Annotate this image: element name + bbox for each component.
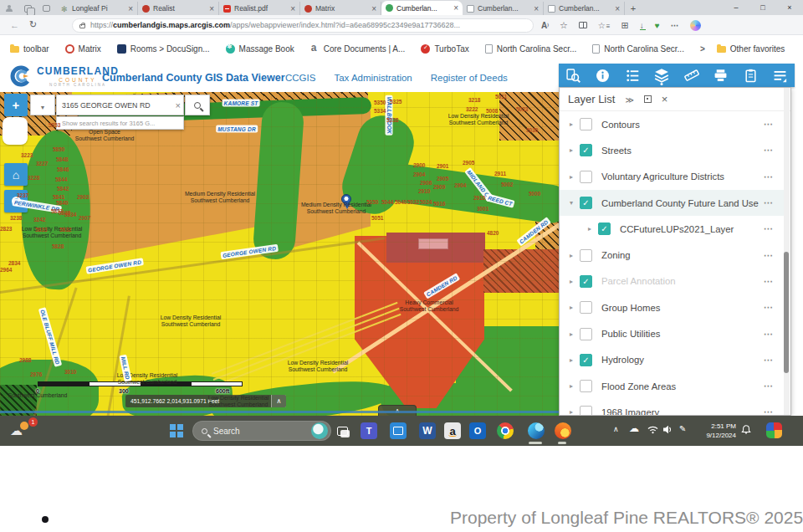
back-icon[interactable] (10, 20, 19, 30)
layer-row[interactable]: ▸Public Utilities⋯ (560, 320, 785, 346)
layer-row[interactable]: ▾✓Cumberland County Future Land Use⋯ (560, 190, 785, 216)
profile-icon[interactable] (0, 2, 18, 15)
layer-row[interactable]: ▸Contours⋯ (560, 111, 785, 137)
zoom-out-button[interactable] (3, 117, 28, 145)
scrollbar-thumb[interactable] (784, 252, 789, 373)
browser-tab[interactable]: Cumberlan...× (544, 2, 625, 15)
tab-close-icon[interactable]: × (209, 4, 214, 13)
notifications-bell-icon[interactable] (741, 424, 751, 437)
onedrive-icon[interactable]: ☁ (629, 422, 639, 434)
browser-tab[interactable]: Longleaf Pi× (57, 2, 138, 15)
vertical-tabs-icon[interactable] (37, 2, 55, 15)
about-icon[interactable] (593, 65, 613, 85)
layer-menu-icon[interactable]: ⋯ (764, 381, 774, 391)
search-button[interactable] (185, 95, 210, 115)
expand-icon[interactable]: ▸ (570, 382, 578, 390)
tab-close-icon[interactable]: × (453, 3, 458, 13)
layer-menu-icon[interactable]: ⋯ (764, 197, 774, 208)
layer-row[interactable]: ▸Flood Zone Areas⋯ (560, 373, 785, 399)
pen-icon[interactable]: ✎ (679, 424, 686, 433)
layer-checkbox[interactable] (580, 171, 592, 183)
layer-row[interactable]: ▸✓Parcel Annotation⋯ (560, 269, 785, 294)
browser-tab[interactable]: Cumberlan...× (381, 1, 463, 15)
expand-icon[interactable]: ▸ (570, 146, 578, 154)
layer-menu-icon[interactable]: ⋯ (764, 171, 774, 182)
tab-close-icon[interactable]: × (534, 4, 539, 13)
layer-menu-icon[interactable]: ⋯ (764, 119, 774, 130)
layer-checkbox[interactable] (580, 118, 592, 130)
downloads-icon[interactable] (640, 21, 644, 30)
close-button[interactable] (776, 3, 803, 12)
collections-icon[interactable] (621, 20, 628, 31)
bookmark-item[interactable]: Rooms > DocuSign... (117, 44, 210, 54)
print-icon[interactable] (711, 65, 731, 85)
browser-tab[interactable]: Cumberlan...× (463, 2, 544, 15)
tab-close-icon[interactable]: × (290, 4, 295, 13)
coordinate-expand-icon[interactable] (271, 395, 286, 407)
split-screen-icon[interactable] (579, 22, 587, 28)
search-source-dropdown[interactable] (30, 95, 55, 115)
firefox-icon[interactable] (554, 422, 572, 440)
layer-row[interactable]: ▸Group Homes⋯ (560, 294, 785, 320)
layer-menu-icon[interactable]: ⋯ (764, 302, 774, 313)
expand-icon[interactable]: ▸ (570, 278, 578, 285)
layer-menu-icon[interactable]: ⋯ (764, 355, 774, 366)
gis-nav-link[interactable]: CCGIS (285, 73, 315, 83)
wifi-icon[interactable] (647, 425, 658, 436)
legend-icon[interactable] (622, 65, 642, 85)
read-aloud-icon[interactable]: A (541, 21, 549, 30)
task-view-button[interactable] (333, 422, 351, 440)
taskbar-clock[interactable]: 2:51 PM 9/12/2024 (696, 422, 736, 441)
layer-row[interactable]: ▸Zoning⋯ (560, 242, 785, 268)
browser-essentials-icon[interactable] (655, 21, 660, 30)
layer-checkbox[interactable] (580, 380, 592, 392)
bookmark-item[interactable]: toolbar (10, 44, 49, 54)
search-suggestion[interactable]: Show search results for 3165 G... (56, 116, 184, 130)
other-favorites-folder[interactable]: Other favorites (717, 44, 785, 54)
bookmark-item[interactable]: Core Documents | A... (310, 44, 406, 54)
new-tab-button[interactable]: + (625, 3, 642, 13)
start-button[interactable] (167, 422, 186, 440)
expand-icon[interactable]: ▸ (570, 120, 578, 128)
collapse-icon[interactable]: ▾ (570, 199, 578, 207)
color-app-icon[interactable] (766, 422, 782, 438)
menu-icon[interactable] (770, 65, 790, 85)
maximize-button[interactable] (749, 3, 776, 12)
bookmark-item[interactable]: Matrix (65, 44, 101, 54)
weather-widget[interactable]: ☁ 1 (10, 420, 35, 442)
teams-icon[interactable]: T (360, 422, 378, 440)
tab-close-icon[interactable]: × (615, 4, 620, 13)
close-panel-icon[interactable] (662, 93, 668, 105)
dock-icon[interactable] (644, 95, 652, 105)
refresh-icon[interactable] (29, 19, 37, 30)
layer-checkbox[interactable] (580, 406, 592, 416)
layer-checkbox[interactable]: ✓ (580, 275, 592, 288)
tab-close-icon[interactable]: × (371, 4, 376, 13)
layer-menu-icon[interactable]: ⋯ (764, 250, 774, 261)
taskbar-search-box[interactable]: Search (192, 421, 331, 441)
bookmark-item[interactable]: TurboTax (421, 44, 468, 54)
expand-icon[interactable]: ▸ (570, 330, 578, 338)
browser-tab[interactable]: Realist× (138, 2, 219, 15)
expand-icon[interactable]: ▸ (570, 252, 578, 259)
layer-row[interactable]: ▸1968 Imagery⋯ (560, 399, 785, 416)
layer-checkbox[interactable]: ✓ (598, 223, 611, 235)
report-icon[interactable] (740, 65, 760, 85)
favorite-star-icon[interactable] (560, 20, 568, 31)
copilot-icon[interactable] (690, 20, 701, 31)
collapse-all-icon[interactable] (625, 95, 633, 105)
layer-checkbox[interactable] (580, 301, 592, 314)
layer-checkbox[interactable] (580, 249, 592, 262)
layer-menu-icon[interactable]: ⋯ (764, 407, 774, 416)
layer-menu-icon[interactable]: ⋯ (764, 145, 774, 156)
url-field[interactable]: https://cumberlandgis.maps.arcgis.com/ap… (72, 18, 534, 33)
minimize-button[interactable] (723, 3, 749, 12)
word-icon[interactable]: W (418, 422, 437, 440)
bookmarks-overflow-icon[interactable] (700, 44, 705, 54)
chrome-icon[interactable] (496, 422, 514, 440)
layer-checkbox[interactable]: ✓ (580, 144, 592, 156)
gis-nav-link[interactable]: Tax Administration (334, 73, 412, 83)
outlook-icon[interactable]: O (468, 422, 487, 440)
layer-menu-icon[interactable]: ⋯ (764, 329, 774, 340)
layer-row[interactable]: ▸✓Hydrology⋯ (560, 347, 785, 373)
